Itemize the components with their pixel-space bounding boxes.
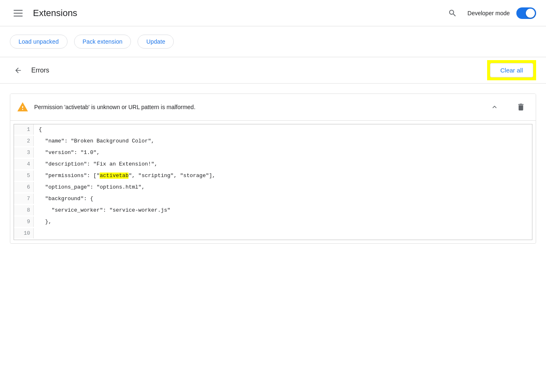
highlighted-text: activetab bbox=[100, 173, 128, 179]
menu-icon[interactable] bbox=[10, 5, 26, 21]
errors-title: Errors bbox=[31, 67, 487, 74]
line-content: "name": "Broken Background Color", bbox=[34, 136, 532, 146]
back-button[interactable] bbox=[10, 62, 26, 79]
line-content: "background": { bbox=[34, 194, 532, 204]
line-content bbox=[34, 228, 532, 232]
trash-icon bbox=[516, 103, 525, 112]
line-number: 1 bbox=[14, 124, 34, 135]
line-number: 9 bbox=[14, 217, 34, 227]
line-content: { bbox=[34, 124, 532, 135]
developer-mode-label: Developer mode bbox=[467, 10, 510, 16]
error-message: Permission 'activetab' is unknown or URL… bbox=[34, 104, 486, 110]
chevron-up-icon bbox=[490, 103, 499, 111]
line-content: "options_page": "options.html", bbox=[34, 182, 532, 192]
line-content: }, bbox=[34, 217, 532, 227]
line-number: 3 bbox=[14, 147, 34, 158]
code-line: 9 }, bbox=[14, 217, 532, 228]
pack-extension-button[interactable]: Pack extension bbox=[74, 35, 131, 49]
header-right: Developer mode bbox=[444, 5, 536, 21]
line-content: "description": "Fix an Extension!", bbox=[34, 159, 532, 169]
code-line: 7 "background": { bbox=[14, 194, 532, 205]
code-line: 8 "service_worker": "service-worker.js" bbox=[14, 205, 532, 217]
line-number: 2 bbox=[14, 136, 34, 146]
code-block: 1{2 "name": "Broken Background Color",3 … bbox=[14, 124, 532, 240]
search-svg bbox=[448, 9, 457, 18]
developer-mode-toggle[interactable] bbox=[516, 7, 536, 19]
code-line: 2 "name": "Broken Background Color", bbox=[14, 136, 532, 147]
error-header: Permission 'activetab' is unknown or URL… bbox=[10, 94, 536, 121]
warning-icon bbox=[17, 101, 28, 113]
line-content: "version": "1.0", bbox=[34, 147, 532, 158]
code-line: 5 "permissions": ["activetab", "scriptin… bbox=[14, 170, 532, 182]
clear-all-button[interactable]: Clear all bbox=[490, 63, 533, 77]
errors-bar: Errors Clear all bbox=[0, 57, 546, 84]
line-number: 5 bbox=[14, 170, 34, 181]
line-number: 6 bbox=[14, 182, 34, 192]
line-number: 7 bbox=[14, 194, 34, 204]
delete-error-button[interactable] bbox=[513, 99, 529, 115]
line-number: 4 bbox=[14, 159, 34, 169]
code-line: 4 "description": "Fix an Extension!", bbox=[14, 159, 532, 170]
error-section: Permission 'activetab' is unknown or URL… bbox=[10, 93, 536, 244]
line-content: "service_worker": "service-worker.js" bbox=[34, 205, 532, 215]
line-content: "permissions": ["activetab", "scripting"… bbox=[34, 170, 532, 181]
code-line: 10 bbox=[14, 228, 532, 240]
code-line: 6 "options_page": "options.html", bbox=[14, 182, 532, 194]
back-arrow-icon bbox=[14, 66, 22, 75]
line-number: 8 bbox=[14, 205, 34, 215]
page-title: Extensions bbox=[33, 8, 444, 19]
clear-all-highlight: Clear all bbox=[487, 60, 536, 80]
code-line: 3 "version": "1.0", bbox=[14, 147, 532, 159]
search-icon[interactable] bbox=[444, 5, 461, 21]
line-number: 10 bbox=[14, 228, 34, 238]
code-line: 1{ bbox=[14, 124, 532, 136]
update-button[interactable]: Update bbox=[138, 35, 174, 49]
toolbar: Load unpacked Pack extension Update bbox=[0, 26, 546, 57]
collapse-button[interactable] bbox=[486, 99, 503, 115]
load-unpacked-button[interactable]: Load unpacked bbox=[10, 35, 68, 49]
header: Extensions Developer mode bbox=[0, 0, 546, 26]
